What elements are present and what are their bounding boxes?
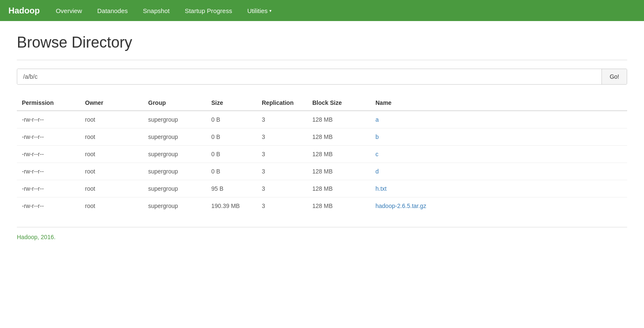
- link-h.txt[interactable]: h.txt: [375, 185, 386, 192]
- nav-item-datanodes[interactable]: Datanodes: [90, 1, 136, 21]
- table-row: -rw-r--r--rootsupergroup0 B3128 MBd: [17, 163, 627, 180]
- cell-size: 0 B: [206, 128, 257, 146]
- cell-group: supergroup: [143, 163, 206, 180]
- directory-table: Permission Owner Group Size Replication …: [17, 95, 627, 214]
- cell-permission: -rw-r--r--: [17, 128, 80, 146]
- table-row: -rw-r--r--rootsupergroup95 B3128 MBh.txt: [17, 180, 627, 197]
- cell-group: supergroup: [143, 180, 206, 197]
- cell-owner: root: [80, 111, 143, 128]
- chevron-down-icon: ▾: [269, 8, 271, 13]
- cell-owner: root: [80, 146, 143, 163]
- table-row: -rw-r--r--rootsupergroup190.39 MB3128 MB…: [17, 197, 627, 215]
- cell-group: supergroup: [143, 146, 206, 163]
- cell-owner: root: [80, 163, 143, 180]
- col-header-group: Group: [143, 95, 206, 111]
- cell-owner: root: [80, 128, 143, 146]
- cell-block_size: 128 MB: [307, 128, 370, 146]
- cell-name[interactable]: h.txt: [370, 180, 627, 197]
- navbar: Hadoop Overview Datanodes Snapshot Start…: [0, 0, 644, 21]
- cell-group: supergroup: [143, 111, 206, 128]
- cell-size: 190.39 MB: [206, 197, 257, 215]
- go-button[interactable]: Go!: [601, 69, 627, 84]
- link-d[interactable]: d: [375, 168, 379, 175]
- link-a[interactable]: a: [375, 116, 379, 123]
- cell-name[interactable]: b: [370, 128, 627, 146]
- cell-block_size: 128 MB: [307, 111, 370, 128]
- page-title: Browse Directory: [17, 34, 627, 51]
- cell-name[interactable]: c: [370, 146, 627, 163]
- col-header-owner: Owner: [80, 95, 143, 111]
- cell-owner: root: [80, 197, 143, 215]
- col-header-name: Name: [370, 95, 627, 111]
- search-bar: Go!: [17, 69, 627, 85]
- nav-item-startup-progress[interactable]: Startup Progress: [177, 1, 240, 21]
- cell-name[interactable]: a: [370, 111, 627, 128]
- navbar-nav: Overview Datanodes Snapshot Startup Prog…: [48, 1, 279, 21]
- footer-text: Hadoop, 2016.: [17, 234, 627, 240]
- cell-block_size: 128 MB: [307, 146, 370, 163]
- nav-link-utilities[interactable]: Utilities ▾: [240, 1, 279, 21]
- table-row: -rw-r--r--rootsupergroup0 B3128 MBb: [17, 128, 627, 146]
- link-hadoop-2.6.5.tar.gz[interactable]: hadoop-2.6.5.tar.gz: [375, 203, 426, 209]
- col-header-replication: Replication: [257, 95, 307, 111]
- cell-block_size: 128 MB: [307, 180, 370, 197]
- col-header-size: Size: [206, 95, 257, 111]
- cell-permission: -rw-r--r--: [17, 163, 80, 180]
- col-header-permission: Permission: [17, 95, 80, 111]
- cell-group: supergroup: [143, 197, 206, 215]
- nav-link-snapshot[interactable]: Snapshot: [136, 1, 177, 21]
- link-b[interactable]: b: [375, 133, 379, 140]
- navbar-brand[interactable]: Hadoop: [8, 6, 40, 16]
- cell-replication: 3: [257, 111, 307, 128]
- nav-item-overview[interactable]: Overview: [48, 1, 90, 21]
- cell-replication: 3: [257, 128, 307, 146]
- cell-size: 0 B: [206, 163, 257, 180]
- table-row: -rw-r--r--rootsupergroup0 B3128 MBc: [17, 146, 627, 163]
- table-body: -rw-r--r--rootsupergroup0 B3128 MBa-rw-r…: [17, 111, 627, 214]
- search-input[interactable]: [17, 69, 601, 84]
- cell-replication: 3: [257, 180, 307, 197]
- cell-owner: root: [80, 180, 143, 197]
- col-header-block-size: Block Size: [307, 95, 370, 111]
- nav-link-startup-progress[interactable]: Startup Progress: [177, 1, 240, 21]
- main-content: Browse Directory Go! Permission Owner Gr…: [0, 21, 644, 253]
- cell-permission: -rw-r--r--: [17, 180, 80, 197]
- link-c[interactable]: c: [375, 151, 378, 157]
- table-row: -rw-r--r--rootsupergroup0 B3128 MBa: [17, 111, 627, 128]
- utilities-label: Utilities: [247, 7, 267, 14]
- cell-block_size: 128 MB: [307, 163, 370, 180]
- cell-replication: 3: [257, 163, 307, 180]
- table-header-row: Permission Owner Group Size Replication …: [17, 95, 627, 111]
- cell-block_size: 128 MB: [307, 197, 370, 215]
- cell-permission: -rw-r--r--: [17, 111, 80, 128]
- nav-item-snapshot[interactable]: Snapshot: [136, 1, 177, 21]
- cell-group: supergroup: [143, 128, 206, 146]
- cell-replication: 3: [257, 197, 307, 215]
- footer-divider: [17, 227, 627, 227]
- cell-name[interactable]: hadoop-2.6.5.tar.gz: [370, 197, 627, 215]
- table-header: Permission Owner Group Size Replication …: [17, 95, 627, 111]
- cell-permission: -rw-r--r--: [17, 146, 80, 163]
- cell-size: 0 B: [206, 146, 257, 163]
- cell-permission: -rw-r--r--: [17, 197, 80, 215]
- cell-name[interactable]: d: [370, 163, 627, 180]
- nav-link-overview[interactable]: Overview: [48, 1, 90, 21]
- cell-replication: 3: [257, 146, 307, 163]
- cell-size: 95 B: [206, 180, 257, 197]
- cell-size: 0 B: [206, 111, 257, 128]
- nav-link-datanodes[interactable]: Datanodes: [90, 1, 136, 21]
- title-divider: [17, 60, 627, 60]
- nav-item-utilities[interactable]: Utilities ▾: [240, 1, 279, 21]
